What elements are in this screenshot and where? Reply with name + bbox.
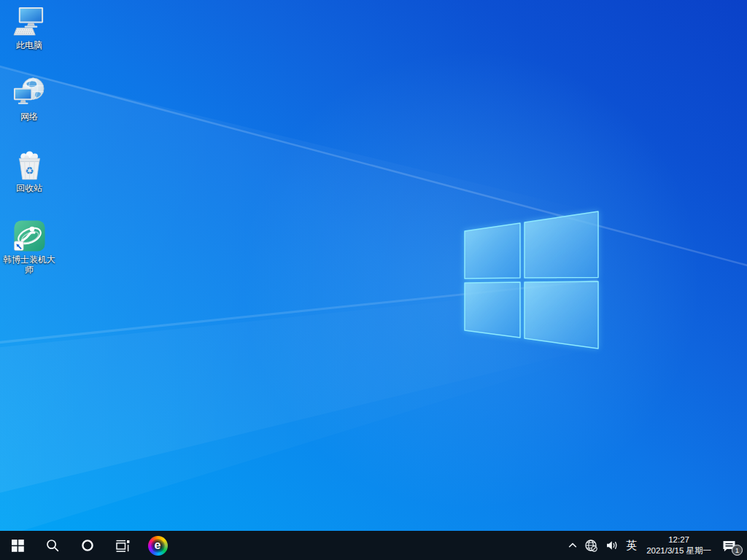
system-tray: 英 12:27 2021/3/15 星期一 1 [565, 531, 747, 560]
desktop-icon-network[interactable]: 网络 [1, 76, 58, 147]
edge-icon: e [148, 536, 168, 556]
task-view-button[interactable] [105, 531, 140, 560]
recycle-symbol: ♻ [25, 166, 34, 176]
show-hidden-icons-button[interactable] [565, 531, 581, 560]
clock-time: 12:27 [668, 534, 689, 545]
icon-label-hanboshi-installer: 韩博士装机大师 [1, 254, 58, 275]
clock-date: 2021/3/15 星期一 [646, 545, 711, 556]
edge-browser-button[interactable]: e [140, 531, 175, 560]
light-ray-upper [0, 0, 747, 560]
icon-label-recycle-bin: 回收站 [16, 183, 42, 193]
recycle-bin-icon: ♻ [12, 147, 47, 182]
taskbar: e [0, 531, 747, 560]
windows-desktop: 此电脑 [0, 0, 747, 560]
icon-label-network: 网络 [20, 112, 38, 122]
network-icon [12, 76, 47, 110]
task-view-icon [115, 539, 130, 553]
taskbar-left-buttons: e [0, 531, 175, 560]
notification-count-badge: 1 [732, 545, 743, 556]
desktop-icon-this-pc[interactable]: 此电脑 [1, 4, 58, 76]
input-language-label: 英 [626, 539, 637, 553]
search-button[interactable] [35, 531, 70, 560]
desktop-icon-hanboshi-installer[interactable]: 韩博士装机大师 [1, 219, 58, 290]
taskbar-clock[interactable]: 12:27 2021/3/15 星期一 [640, 534, 717, 556]
icon-label-this-pc: 此电脑 [16, 40, 42, 50]
speaker-icon [605, 539, 619, 552]
windows-start-icon [12, 540, 24, 552]
desktop-icon-recycle-bin[interactable]: ♻ 回收站 [1, 147, 58, 219]
hanboshi-installer-icon [12, 219, 47, 253]
desktop-wallpaper [0, 0, 747, 560]
cortana-icon [81, 539, 94, 552]
input-method-indicator[interactable]: 英 [622, 531, 640, 560]
volume-button[interactable] [602, 531, 622, 560]
light-ray-wedge [0, 0, 747, 560]
light-ray-lower [0, 0, 747, 560]
start-button[interactable] [0, 531, 35, 560]
this-pc-icon [12, 4, 47, 39]
desktop-icon-grid: 此电脑 [1, 4, 58, 290]
globe-no-internet-icon [584, 539, 598, 553]
shortcut-arrow-overlay [14, 241, 23, 251]
cortana-button[interactable] [70, 531, 105, 560]
network-status-button[interactable] [581, 531, 602, 560]
edge-letter: e [155, 540, 161, 551]
search-icon [46, 539, 59, 552]
chevron-up-icon [568, 542, 577, 548]
action-center-button[interactable]: 1 [717, 531, 744, 560]
windows-logo-wallpaper [460, 206, 603, 354]
light-ray-bottom-wedge [0, 0, 747, 560]
